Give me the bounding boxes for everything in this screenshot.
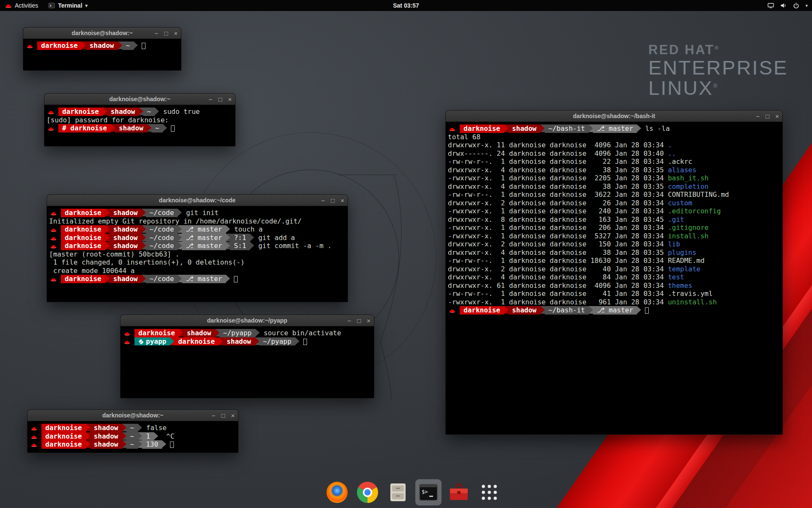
powerline-separator (226, 234, 230, 241)
terminal-content[interactable]: darknoiseshadow~/code git initInitialize… (47, 206, 348, 302)
minimize-button[interactable]: − (756, 113, 760, 119)
powerline-separator (178, 225, 182, 233)
chrome-icon (356, 481, 379, 504)
window-titlebar[interactable]: darknoise@shadow:~ − □ × (23, 28, 181, 39)
clock[interactable]: Sat 03:57 (0, 2, 812, 9)
terminal-content[interactable]: darknoiseshadow~ sudo true[sudo] passwor… (44, 105, 235, 146)
prompt-segment-user: darknoise (61, 275, 105, 283)
prompt-segment-host: shadow (110, 242, 142, 250)
powerline-separator (154, 432, 158, 440)
prompt-segment-cmd: false (142, 424, 167, 432)
dock-show-applications[interactable] (476, 479, 502, 505)
close-button[interactable]: × (367, 318, 370, 324)
prompt-segment-host: shadow (110, 209, 142, 217)
prompt-segment-out: drwxrwxr-x. 11 darknoise darknoise 4096 … (448, 141, 668, 149)
text-cursor (170, 442, 174, 448)
prompt-segment-out: 1 file changed, 0 insertions(+), 0 delet… (49, 258, 244, 267)
dock-chrome[interactable] (354, 479, 381, 505)
powerline-separator (105, 275, 110, 282)
maximize-button[interactable]: □ (357, 318, 361, 324)
powerline-separator (122, 440, 126, 448)
dock-firefox[interactable] (324, 479, 350, 505)
powerline-separator (111, 124, 115, 132)
redhat-icon (124, 329, 130, 337)
prompt-segment-user: darknoise (61, 225, 105, 234)
prompt-segment-gitstat: ?:1 (230, 234, 250, 242)
maximize-button[interactable]: □ (331, 197, 335, 204)
close-button[interactable]: × (174, 30, 178, 36)
prompt-segment-hat (25, 41, 37, 50)
terminal-content[interactable]: darknoiseshadow~/pyapp source bin/activa… (121, 326, 374, 398)
dock-files[interactable] (385, 479, 411, 505)
terminal-content[interactable]: darknoiseshadow~ (23, 39, 181, 70)
maximize-button[interactable]: □ (218, 96, 222, 102)
prompt-segment-out: drwxrwxr-x. 4 darknoise darknoise 38 Jan… (448, 248, 668, 257)
close-button[interactable]: × (340, 197, 344, 204)
window-titlebar[interactable]: darknoise@shadow:~/code − □ × (47, 195, 348, 206)
minimize-button[interactable]: − (347, 318, 351, 324)
close-button[interactable]: × (231, 412, 235, 419)
powerline-separator (105, 225, 110, 233)
close-button[interactable]: × (775, 113, 779, 119)
powerline-separator (142, 242, 146, 249)
prompt-segment-hat (49, 242, 61, 250)
redhat-icon (31, 432, 37, 441)
window-titlebar[interactable]: darknoise@shadow:~ − □ × (44, 94, 235, 105)
powerline-separator (219, 337, 223, 345)
prompt-segment-venv: pyapp (134, 337, 170, 346)
prompt-segment-user: darknoise (61, 209, 105, 217)
minimize-button[interactable]: − (208, 96, 212, 102)
window-titlebar[interactable]: darknoise@shadow:~/bash-it − □ × (446, 110, 782, 122)
terminal-line: darknoiseshadow~/code git init (49, 209, 346, 217)
prompt-segment-cmd: ls -la (641, 124, 669, 133)
powerline-separator (589, 124, 593, 132)
terminal-content[interactable]: darknoiseshadow~ falsedarknoiseshadow~1 … (27, 421, 238, 453)
powerline-separator (138, 424, 142, 431)
powerline-separator (504, 306, 508, 314)
terminal-line: darknoiseshadow~/code⎇ master (49, 275, 346, 283)
redhat-icon (50, 209, 57, 217)
maximize-button[interactable]: □ (765, 113, 769, 119)
powerline-separator (255, 329, 260, 337)
terminal-line: -rwxrwxr-x. 1 darknoise darknoise 206 Ja… (448, 224, 780, 232)
window-titlebar[interactable]: darknoise@shadow:~ − □ × (27, 410, 238, 421)
minimize-button[interactable]: − (211, 412, 215, 419)
prompt-segment-out: -rwxrwxr-x. 1 darknoise darknoise 206 Ja… (448, 224, 668, 232)
powerline-separator (295, 337, 299, 345)
dock-software[interactable] (446, 479, 472, 505)
close-button[interactable]: × (228, 96, 232, 102)
terminal-content[interactable]: darknoiseshadow~/bash-it⎇ master ls -lat… (446, 122, 782, 434)
terminal-line: -rw-rw-r--. 1 darknoise darknoise 22 Jan… (448, 157, 780, 166)
prompt-segment-exec: install.sh (668, 232, 708, 240)
logo-redhat: RED HAT® (648, 42, 788, 58)
powerline-separator (105, 209, 110, 216)
window-title: darknoise@shadow:~ (44, 94, 235, 105)
terminal-line: darknoiseshadow~/bash-it⎇ master ls -la (448, 124, 780, 133)
maximize-button[interactable]: □ (164, 30, 168, 36)
dock-terminal[interactable]: $> (415, 479, 442, 505)
powerline-separator (105, 234, 110, 241)
prompt-segment-dir: lib (668, 240, 680, 248)
maximize-button[interactable]: □ (221, 412, 225, 419)
redhat-icon (50, 234, 57, 242)
system-status-area[interactable]: ▾ (767, 0, 808, 11)
prompt-segment-git: ⎇ master (593, 124, 637, 133)
powerline-separator (178, 209, 182, 216)
prompt-segment-exec: .gitignore (668, 224, 708, 232)
powerline-separator (103, 108, 107, 115)
terminal-line: drwxrwxr-x. 4 darknoise darknoise 38 Jan… (448, 166, 780, 174)
window-titlebar[interactable]: darknoise@shadow:~/pyapp − □ × (121, 315, 374, 326)
terminal-line: darknoiseshadow~/pyapp source bin/activa… (123, 329, 372, 337)
prompt-segment-host: shadow (183, 329, 215, 337)
prompt-segment-path: ~ (122, 41, 134, 50)
terminal-line: darknoiseshadow~/code⎇ masterS:1 git com… (49, 242, 346, 250)
powerline-separator (179, 329, 183, 337)
minimize-button[interactable]: − (321, 197, 325, 204)
minimize-button[interactable]: − (154, 30, 158, 36)
prompt-segment-exit: 130 (142, 440, 162, 449)
terminal-line: darknoiseshadow~/code⎇ master touch a (49, 225, 346, 234)
prompt-segment-host: shadow (90, 424, 122, 432)
terminal-line: -rw-rw-r--. 1 darknoise darknoise 18630 … (448, 257, 780, 265)
powerline-separator (134, 41, 138, 49)
prompt-segment-hat (30, 424, 41, 432)
